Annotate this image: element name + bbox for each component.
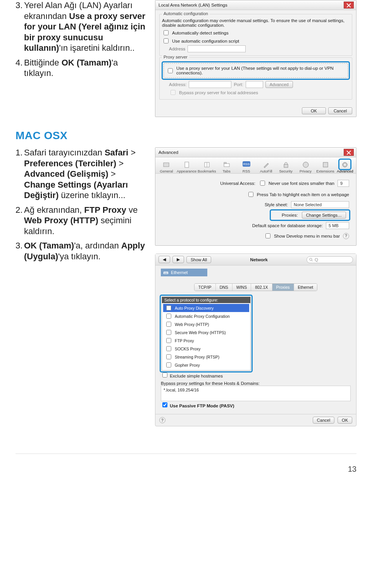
show-all-button[interactable]: Show All	[186, 256, 211, 263]
stylesheet-select[interactable]: None Selected	[291, 201, 349, 208]
tab-proxies[interactable]: Proxies	[272, 284, 294, 291]
back-button[interactable]: ◀	[158, 256, 170, 263]
hand-icon	[300, 160, 311, 169]
proto-web-https-input[interactable]	[166, 330, 171, 335]
tab-extensions[interactable]: Extensions	[316, 159, 335, 173]
proto-rtsp[interactable]: Streaming Proxy (RTSP)	[163, 353, 249, 361]
proto-socks[interactable]: SOCKS Proxy	[163, 345, 249, 353]
tab-8021x[interactable]: 802.1X	[251, 284, 272, 291]
tab-tabs[interactable]: Tabs	[217, 159, 236, 173]
ok-button[interactable]: OK	[338, 417, 352, 424]
exclude-simple-hostnames[interactable]: Exclude simple hostnames	[161, 374, 223, 378]
cancel-button[interactable]: Cancel	[313, 417, 334, 424]
cancel-button[interactable]: Cancel	[328, 107, 352, 114]
pasv-input[interactable]	[162, 402, 167, 407]
mac-step-1-prefix: Safari tarayıcınızdan	[24, 148, 105, 157]
proto-socks-label: SOCKS Proxy	[175, 347, 201, 351]
tabs-icon	[221, 160, 232, 169]
auto-detect-input[interactable]	[164, 30, 169, 35]
proto-gopher-input[interactable]	[166, 362, 171, 367]
never-fonts-checkbox[interactable]: Never use font sizes smaller than	[258, 179, 334, 187]
proto-web-http[interactable]: Web Proxy (HTTP)	[163, 320, 249, 328]
never-fonts-label: Never use font sizes smaller than	[269, 181, 334, 186]
auto-script-checkbox[interactable]: Use automatic configuration script	[162, 37, 350, 45]
proto-rtsp-input[interactable]	[166, 354, 171, 359]
proto-socks-input[interactable]	[166, 346, 171, 351]
port-label: Port:	[234, 82, 243, 87]
advanced-button[interactable]: Advanced	[265, 81, 293, 88]
proxy-port-input[interactable]	[246, 81, 263, 88]
proto-ftp[interactable]: FTP Proxy	[163, 336, 249, 345]
tab-advanced[interactable]: Advanced	[336, 159, 355, 173]
auto-detect-checkbox[interactable]: Automatically detect settings	[162, 29, 350, 36]
proxy-address-input[interactable]	[189, 81, 231, 88]
mac-step-1-b1: Safari	[105, 148, 128, 157]
step-3-number: 3.	[16, 0, 24, 53]
mac-step-2-number: 2.	[16, 205, 24, 237]
proto-auto-config[interactable]: Automatic Proxy Configuration	[163, 312, 249, 320]
help-icon[interactable]: ?	[343, 233, 349, 239]
tab-security[interactable]: Security	[276, 159, 295, 173]
tab-appearance[interactable]: Appearance	[177, 159, 196, 173]
use-proxy-checkbox[interactable]: Use a proxy server for your LAN (These s…	[166, 66, 345, 75]
auto-config-note: Automatic configuration may override man…	[162, 18, 350, 28]
help-icon[interactable]: ?	[159, 417, 165, 423]
sidebar-item-ethernet[interactable]: Ethernet	[161, 269, 207, 276]
divider	[16, 454, 356, 454]
show-develop-input[interactable]	[265, 233, 270, 238]
bypass-textarea[interactable]: *.local, 169.254/16	[161, 386, 351, 401]
proto-ftp-input[interactable]	[166, 338, 171, 343]
tab-rss[interactable]: RSSRSS	[237, 159, 256, 173]
use-proxy-input[interactable]	[168, 68, 173, 73]
tab-general[interactable]: General	[157, 159, 176, 173]
svg-rect-17	[165, 272, 166, 274]
font-size-select[interactable]: 9	[338, 180, 349, 187]
auto-script-input[interactable]	[164, 38, 169, 43]
change-settings-button[interactable]: Change Settings…	[302, 212, 346, 219]
tab-bookmarks[interactable]: Bookmarks	[197, 159, 216, 173]
proto-auto-config-input[interactable]	[166, 314, 171, 319]
network-dialog: ◀ ▶ Show All Network Q Ethernet TC	[155, 253, 356, 426]
protocol-list-header: Select a protocol to configure:	[162, 297, 250, 303]
mac-step-2-b1: FTP Proxy	[84, 205, 126, 215]
ok-button[interactable]: OK	[302, 107, 326, 114]
tab-ethernet[interactable]: Ethernet	[294, 284, 317, 291]
never-fonts-input[interactable]	[260, 181, 265, 186]
proto-auto-discovery-input[interactable]	[166, 305, 171, 310]
press-tab-input[interactable]	[248, 192, 253, 197]
auto-script-address-input[interactable]	[188, 45, 246, 52]
step-4: 4. Bittiğinde OK (Tamam)'a tıklayın.	[24, 57, 149, 79]
book-icon	[202, 160, 212, 169]
press-tab-checkbox[interactable]: Press Tab to highlight each item on a we…	[247, 191, 349, 198]
proxy-legend: Proxy server	[162, 55, 189, 59]
safari-prefs-title: Advanced	[158, 150, 178, 155]
lan-dialog-title: Local Area Network (LAN) Settings	[158, 3, 227, 7]
show-develop-checkbox[interactable]: Show Develop menu in menu bar	[264, 232, 340, 240]
close-icon[interactable]	[344, 149, 354, 156]
db-storage-select[interactable]: 5 MB	[326, 222, 349, 229]
pasv-checkbox[interactable]: Use Passive FTP Mode (PASV)	[161, 403, 234, 408]
exclude-simple-input[interactable]	[162, 372, 167, 378]
tab-tcpip[interactable]: TCP/IP	[195, 284, 216, 291]
tab-wins[interactable]: WINS	[232, 284, 251, 291]
svg-point-12	[344, 164, 346, 166]
tab-dns[interactable]: DNS	[216, 284, 232, 291]
sidebar-item-label: Ethernet	[171, 270, 188, 275]
proto-web-https[interactable]: Secure Web Proxy (HTTPS)	[163, 328, 249, 336]
tab-privacy[interactable]: Privacy	[296, 159, 315, 173]
tab-autofill[interactable]: AutoFill	[257, 159, 276, 173]
mac-step-1-s3: >	[108, 169, 116, 179]
bypass-local-label: Bypass proxy server for local addresses	[179, 90, 258, 95]
proto-auto-discovery[interactable]: Auto Proxy Discovery	[163, 304, 249, 312]
proto-web-http-input[interactable]	[166, 322, 171, 327]
proto-gopher[interactable]: Gopher Proxy	[163, 361, 249, 369]
bypass-local-checkbox[interactable]: Bypass proxy server for local addresses	[169, 89, 350, 96]
bypass-local-input[interactable]	[170, 90, 176, 95]
mac-step-3: 3. OK (Tamam)'a, ardından Apply (Uygula)…	[24, 240, 149, 262]
step-4-number: 4.	[16, 57, 24, 79]
search-input[interactable]: Q	[307, 256, 353, 263]
show-develop-label: Show Develop menu in menu bar	[274, 234, 340, 238]
forward-button[interactable]: ▶	[172, 256, 184, 263]
tab-extensions-label: Extensions	[316, 169, 334, 173]
close-icon[interactable]	[344, 2, 354, 9]
